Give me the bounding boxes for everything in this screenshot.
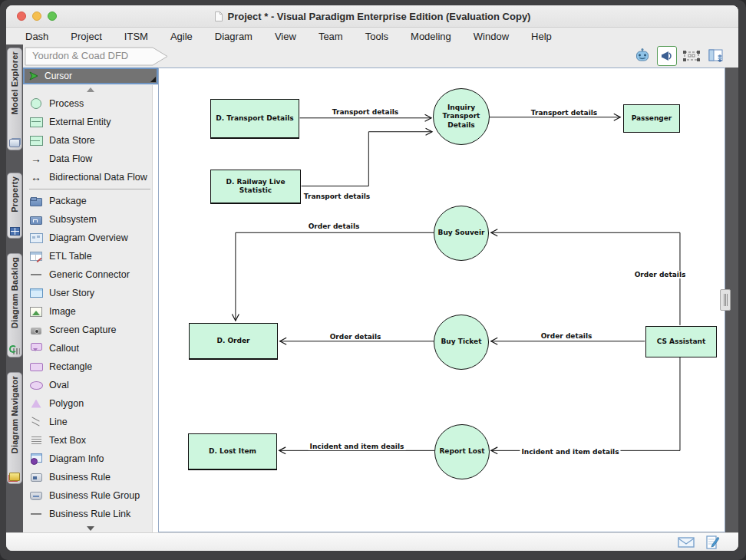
flow-label[interactable]: Incident and item deails: [309, 443, 406, 450]
flow-label[interactable]: Transport details: [302, 193, 371, 200]
palette-item-business-rule[interactable]: Business Rule: [23, 468, 158, 486]
mail-icon[interactable]: [678, 536, 695, 548]
menu-bar: DashProjectITSMAgileDiagramViewTeamTools…: [6, 28, 738, 44]
palette-item-label: User Story: [49, 288, 94, 298]
line-icon: [29, 417, 43, 428]
menu-help[interactable]: Help: [531, 31, 552, 42]
palette-item-external-entity[interactable]: External Entity: [23, 113, 158, 131]
flow-label[interactable]: Order details: [633, 271, 688, 278]
palette-item-user-story[interactable]: User Story: [23, 284, 158, 302]
node-process[interactable]: Buy Souveir: [434, 206, 489, 261]
node-data-store[interactable]: D. Transport Details: [210, 99, 299, 139]
node-process[interactable]: Report Lost: [434, 424, 490, 479]
tab-model-explorer[interactable]: Model Explorer: [7, 48, 22, 150]
palette-item-business-rule-link[interactable]: Business Rule Link: [23, 505, 158, 523]
flow-label[interactable]: Order details: [540, 332, 594, 340]
external-entity-icon: [29, 117, 43, 128]
cursor-label: Cursor: [45, 71, 72, 81]
diagram-canvas[interactable]: D. Transport Details D. Railway Live Sta…: [158, 68, 725, 532]
diagram-overview-icon: [29, 232, 43, 244]
palette-item-diagram-overview[interactable]: Diagram Overview: [23, 229, 158, 247]
shape-type-selector[interactable]: Yourdon & Coad DFD: [25, 47, 170, 66]
business-rule-icon: [29, 472, 43, 483]
palette-item-rectangle[interactable]: Rectangle: [23, 357, 158, 376]
edge-order-details-to-order-store[interactable]: [236, 232, 434, 321]
data-flow-icon: [29, 153, 43, 165]
palette-item-data-store[interactable]: Data Store: [23, 131, 158, 150]
node-process[interactable]: Buy Ticket: [434, 315, 489, 370]
palette-item-bidirectional-data-flow[interactable]: Bidirectional Data Flow: [23, 168, 158, 186]
palette-item-label: Oval: [49, 380, 69, 390]
tab-diagram-navigator[interactable]: Diagram Navigator: [7, 372, 22, 484]
menu-dash[interactable]: Dash: [25, 31, 48, 42]
announcement-icon[interactable]: [657, 46, 677, 66]
palette-item-line[interactable]: Line: [23, 413, 158, 431]
flow-label[interactable]: Order details: [307, 222, 361, 230]
palette-item-label: Diagram Overview: [49, 232, 128, 243]
node-data-store[interactable]: D. Lost Item: [188, 433, 277, 470]
panel-layers-icon[interactable]: [706, 46, 726, 66]
palette-item-cursor[interactable]: Cursor: [23, 68, 158, 84]
menu-itsm[interactable]: ITSM: [124, 31, 148, 42]
assistant-robot-icon[interactable]: [632, 46, 652, 66]
palette-item-image[interactable]: Image: [23, 302, 158, 321]
menu-agile[interactable]: Agile: [170, 31, 193, 42]
compose-note-icon[interactable]: [705, 535, 720, 550]
palette-item-label: Business Rule: [49, 472, 111, 483]
palette-item-text-box[interactable]: Text Box: [23, 431, 158, 450]
menu-window[interactable]: Window: [474, 31, 509, 42]
node-data-store[interactable]: D. Order: [189, 323, 278, 360]
panel-collapse-handle[interactable]: [720, 289, 731, 311]
right-panel-strip: [725, 68, 738, 532]
palette-item-generic-connector[interactable]: Generic Connector: [23, 265, 158, 284]
side-tab-label: Diagram Navigator: [10, 376, 19, 453]
palette-item-process[interactable]: Process: [23, 94, 158, 113]
flow-label[interactable]: Transport details: [530, 109, 599, 117]
menu-team[interactable]: Team: [319, 31, 343, 42]
menu-diagram[interactable]: Diagram: [215, 31, 253, 42]
flow-label[interactable]: Order details: [328, 333, 383, 341]
title-bar[interactable]: Project * - Visual Paradigm Enterprise E…: [6, 5, 738, 28]
palette-item-label: Text Box: [49, 435, 86, 446]
tab-property[interactable]: Property: [7, 173, 22, 239]
palette-item-label: Callout: [49, 343, 79, 354]
node-external-entity[interactable]: CS Assistant: [645, 326, 717, 357]
palette-item-subsystem[interactable]: Subsystem: [23, 210, 158, 229]
flow-label[interactable]: Incident and item details: [520, 448, 620, 456]
palette-scroll-up[interactable]: [23, 84, 158, 94]
menu-modeling[interactable]: Modeling: [411, 31, 451, 42]
edge-order-details-to-buy-souvenir[interactable]: [491, 232, 680, 325]
node-process[interactable]: Inquiry Transport Details: [433, 88, 490, 145]
palette-item-diagram-info[interactable]: Diagram Info: [23, 450, 158, 468]
flow-label[interactable]: Transport details: [331, 108, 400, 116]
palette-item-callout[interactable]: Callout: [23, 339, 158, 357]
palette-item-screen-capture[interactable]: Screen Capture: [23, 321, 158, 339]
palette-item-label: Polygon: [49, 398, 84, 409]
palette-item-etl-table[interactable]: ETL Table: [23, 247, 158, 265]
tab-diagram-backlog[interactable]: Diagram Backlog: [7, 253, 22, 357]
palette-item-label: Subsystem: [49, 214, 97, 225]
palette-separator: [29, 189, 150, 189]
selection-frame-icon[interactable]: [682, 46, 701, 66]
node-external-entity[interactable]: Passenger: [623, 104, 680, 133]
palette-item-oval[interactable]: Oval: [23, 376, 158, 394]
palette-item-data-flow[interactable]: Data Flow: [23, 150, 158, 168]
palette-item-polygon[interactable]: Polygon: [23, 394, 158, 413]
edge-transport-details-3[interactable]: [302, 132, 432, 186]
menu-view[interactable]: View: [275, 31, 296, 42]
subsystem-icon: [29, 214, 43, 226]
menu-project[interactable]: Project: [71, 31, 101, 42]
app-window: Project * - Visual Paradigm Enterprise E…: [0, 0, 746, 560]
status-bar: [6, 532, 738, 551]
edge-incident-to-report-lost[interactable]: [491, 357, 680, 451]
node-data-store[interactable]: D. Railway Live Statistic: [210, 170, 301, 204]
palette-item-business-rule-group[interactable]: Business Rule Group: [23, 486, 158, 505]
palette-item-label: External Entity: [49, 117, 111, 127]
user-story-icon: [29, 288, 43, 299]
business-rule-link-icon: [29, 509, 43, 520]
diagram-backlog-icon: [9, 345, 20, 354]
menu-tools[interactable]: Tools: [365, 31, 388, 42]
window-title: Project * - Visual Paradigm Enterprise E…: [228, 11, 531, 22]
palette-scroll-down[interactable]: [23, 523, 158, 532]
palette-item-package[interactable]: Package: [23, 192, 158, 210]
